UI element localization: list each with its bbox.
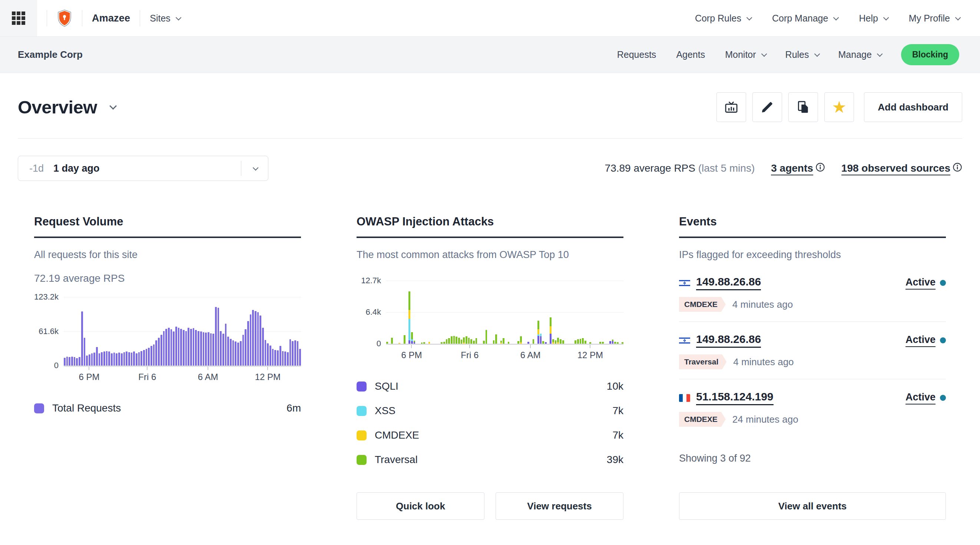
blocking-mode-badge[interactable]: Blocking: [901, 44, 959, 65]
app-grid-button[interactable]: [0, 0, 37, 36]
event-status-link[interactable]: Active: [905, 277, 935, 290]
x-labels: 6 PMFri 66 AM12 PM: [386, 345, 624, 361]
quick-look-button[interactable]: Quick look: [356, 492, 484, 520]
israel-flag-icon: [679, 337, 690, 344]
attack-tag: CMDEXE: [679, 412, 726, 427]
panel-subtitle: IPs flagged for exceeding thresholds: [679, 249, 946, 261]
request-volume-bars: [64, 297, 301, 366]
event-ip-link[interactable]: 149.88.26.86: [696, 276, 761, 290]
corp-rules-dropdown[interactable]: Corp Rules: [695, 13, 751, 24]
chevron-down-icon: [833, 14, 839, 21]
request-volume-chart: 123.2k 61.6k 0 6 PMFri 66 AM12 PM: [34, 297, 301, 383]
chevron-down-icon: [955, 14, 961, 21]
site-tab-requests[interactable]: Requests: [617, 49, 656, 60]
active-dot-icon: [940, 280, 946, 286]
site-tab-monitor[interactable]: Monitor: [725, 49, 765, 60]
help-dropdown[interactable]: Help: [859, 13, 887, 24]
grid-icon: [12, 11, 25, 25]
view-requests-button[interactable]: View requests: [496, 492, 624, 520]
site-name-link[interactable]: Example Corp: [18, 49, 83, 61]
panel-title: OWASP Injection Attacks: [356, 215, 624, 238]
pencil-icon: [760, 100, 774, 114]
duplicate-dashboard-button[interactable]: [788, 92, 818, 122]
top-nav: Amazee Sites Corp Rules Corp Manage Help…: [0, 0, 980, 36]
chevron-down-icon: [109, 102, 117, 109]
copy-icon: [796, 100, 810, 114]
event-ip-link[interactable]: 51.158.124.199: [696, 390, 773, 405]
owasp-bars: [386, 280, 624, 344]
tv-icon: [724, 100, 738, 114]
traversal-swatch: [356, 455, 367, 465]
panel-title: Events: [679, 215, 946, 238]
event-ip-link[interactable]: 149.88.26.86: [696, 333, 761, 348]
star-icon: ★: [832, 99, 846, 115]
israel-flag-icon: [679, 279, 690, 287]
panel-title: Request Volume: [34, 215, 301, 238]
chevron-down-icon: [176, 14, 181, 21]
owasp-chart: 12.7k 6.4k 0 6 PMFri 66 AM12 PM: [356, 273, 624, 361]
average-rps-stat: 73.89 average RPS (last 5 mins): [605, 163, 755, 174]
my-profile-dropdown[interactable]: My Profile: [909, 13, 959, 24]
attack-tag: CMDEXE: [679, 297, 726, 312]
chevron-down-icon: [746, 14, 752, 21]
y-tick: 123.2k: [34, 292, 64, 302]
active-dot-icon: [940, 337, 946, 343]
request-volume-panel: Request Volume All requests for this sit…: [34, 215, 301, 520]
sqli-swatch: [356, 381, 367, 392]
owasp-panel: OWASP Injection Attacks The most common …: [356, 215, 624, 520]
chevron-down-icon: [883, 14, 889, 21]
events-count: Showing 3 of 92: [679, 453, 946, 464]
site-nav: Example Corp Requests Agents Monitor Rul…: [0, 36, 980, 73]
event-status-link[interactable]: Active: [905, 392, 935, 405]
chevron-down-icon: [761, 51, 767, 57]
average-rps-line: 72.19 average RPS: [34, 272, 301, 284]
france-flag-icon: [679, 394, 690, 402]
chevron-down-icon: [252, 165, 258, 171]
edit-dashboard-button[interactable]: [752, 92, 782, 122]
time-range-select[interactable]: -1d 1 day ago: [18, 156, 268, 181]
cmdexe-swatch: [356, 430, 367, 440]
agents-link[interactable]: 3 agents: [771, 163, 813, 175]
time-range-label: 1 day ago: [53, 163, 100, 174]
attack-tag: Traversal: [679, 354, 727, 369]
chevron-down-icon: [814, 51, 820, 57]
panel-subtitle: The most common attacks from OWASP Top 1…: [356, 249, 624, 261]
xss-swatch: [356, 406, 367, 416]
divider: [47, 10, 47, 26]
legend-row: Traversal 39k: [356, 454, 624, 466]
event-time: 4 minutes ago: [733, 356, 794, 368]
legend-row: SQLI 10k: [356, 380, 624, 392]
legend-row: CMDEXE 7k: [356, 429, 624, 441]
info-icon[interactable]: [815, 163, 825, 172]
page-header: Overview ★ Ad: [18, 73, 962, 139]
site-tab-manage[interactable]: Manage: [838, 49, 881, 60]
site-tab-rules[interactable]: Rules: [786, 49, 818, 60]
events-panel: Events IPs flagged for exceeding thresho…: [679, 215, 946, 520]
chevron-down-icon: [877, 51, 883, 57]
favorite-dashboard-button[interactable]: ★: [824, 92, 854, 122]
site-tab-agents[interactable]: Agents: [676, 49, 705, 60]
divider: [140, 10, 140, 26]
event-time: 24 minutes ago: [732, 414, 799, 425]
corp-brand-link[interactable]: Amazee: [92, 13, 130, 24]
panel-subtitle: All requests for this site: [34, 249, 301, 261]
add-dashboard-button[interactable]: Add dashboard: [864, 92, 962, 122]
y-tick: 61.6k: [38, 327, 64, 336]
dashboard-switcher[interactable]: [107, 104, 115, 110]
info-icon[interactable]: [953, 163, 962, 172]
y-tick: 12.7k: [361, 276, 386, 285]
event-row: 149.88.26.86 Active Traversal 4 minutes …: [679, 322, 946, 379]
event-status-link[interactable]: Active: [905, 334, 935, 347]
view-all-events-button[interactable]: View all events: [679, 492, 946, 520]
y-tick: 6.4k: [366, 308, 386, 317]
legend-row: XSS 7k: [356, 405, 624, 417]
observed-sources-link[interactable]: 198 observed sources: [842, 163, 950, 175]
time-range-code: -1d: [29, 163, 44, 174]
total-requests-swatch: [34, 403, 44, 413]
tv-mode-button[interactable]: [716, 92, 746, 122]
y-tick: 0: [54, 361, 64, 370]
divider: [82, 10, 82, 26]
sites-dropdown[interactable]: Sites: [150, 13, 180, 24]
page-title: Overview: [18, 97, 97, 118]
corp-manage-dropdown[interactable]: Corp Manage: [772, 13, 837, 24]
